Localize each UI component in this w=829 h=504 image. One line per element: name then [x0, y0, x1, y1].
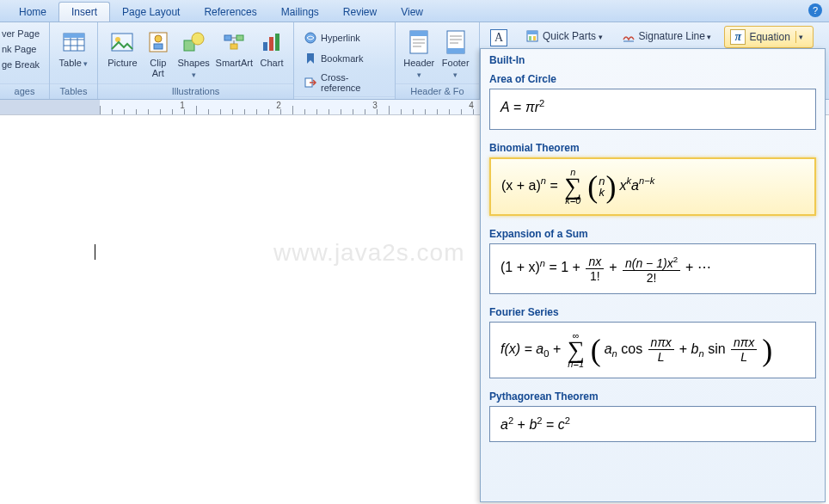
equation-button[interactable]: π Equation ▾ [724, 26, 813, 48]
lparen-icon: ( [587, 174, 598, 200]
fo-cos: cos [617, 341, 647, 355]
footer-button[interactable]: Footer [438, 26, 475, 83]
signature-icon [622, 29, 636, 43]
tab-page-layout[interactable]: Page Layout [110, 3, 192, 22]
hyperlink-button[interactable]: Hyperlink [299, 28, 365, 47]
svg-rect-10 [154, 44, 163, 49]
svg-rect-20 [275, 34, 279, 51]
gallery-item-binom-title: Binomial Theorem [481, 138, 825, 156]
page[interactable]: www.java2s.com [0, 141, 482, 485]
e-plus: + [609, 260, 621, 274]
svg-rect-34 [527, 31, 537, 34]
math-eq: = [510, 100, 525, 114]
clipart-label: Clip Art [144, 58, 172, 78]
svg-rect-6 [112, 34, 132, 51]
s2b: n=1 [568, 359, 584, 369]
py-c2: 2 [565, 415, 570, 426]
bookmark-button[interactable]: Bookmark [299, 49, 368, 68]
blank-page-button[interactable]: nk Page [0, 41, 38, 57]
group-label-tables: Tables [50, 83, 97, 99]
watermark: www.java2s.com [273, 239, 465, 267]
quickparts-label: Quick Parts [543, 30, 603, 42]
signature-line-button[interactable]: Signature Line [616, 26, 718, 46]
frac3-icon: nπxL [648, 335, 674, 364]
chart-button[interactable]: Chart [255, 26, 288, 71]
bin-bot: k [599, 186, 605, 199]
ff1d: L [658, 350, 665, 364]
equation-dropdown-icon[interactable]: ▾ [795, 31, 806, 43]
clipart-button[interactable]: Clip Art [142, 26, 175, 81]
header-label: Header [403, 58, 435, 80]
fo-p1: + [549, 341, 564, 355]
gallery-item-binom[interactable]: (x + a)n = n∑k=0 (nk) xkan−k [489, 157, 816, 216]
cover-page-button[interactable]: ver Page [0, 26, 41, 41]
svg-rect-5 [64, 34, 84, 38]
pi-icon: π [730, 29, 746, 45]
svg-rect-29 [447, 48, 464, 53]
table-button[interactable]: Table [55, 26, 92, 71]
gallery-item-expand[interactable]: (1 + x)n = 1 + nx1! + n(n − 1)x22! + ⋯ [489, 243, 816, 294]
fo-sin: sin [704, 341, 729, 355]
gallery-item-fourier-title: Fourier Series [481, 303, 825, 320]
signature-label: Signature Line [639, 30, 712, 42]
tab-home[interactable]: Home [7, 3, 58, 22]
shapes-icon [180, 28, 207, 56]
picture-label: Picture [107, 58, 137, 68]
f2n: n(n − 1)x [625, 256, 673, 270]
tab-mailings[interactable]: Mailings [269, 3, 331, 22]
gallery-header: Built-In [481, 49, 825, 70]
svg-rect-19 [269, 37, 273, 51]
fo-an: a [605, 341, 612, 355]
group-pages: ver Page nk Page ge Break ages [0, 22, 50, 99]
math-eq2: = [546, 178, 562, 193]
lparen2-icon: ( [591, 337, 601, 363]
shapes-button[interactable]: Shapes [175, 26, 213, 83]
picture-icon [108, 28, 136, 56]
header-icon [405, 28, 433, 56]
tab-references[interactable]: References [192, 3, 268, 22]
crossref-button[interactable]: Cross-reference [299, 70, 390, 95]
textbox-a-button[interactable]: A [485, 26, 513, 50]
smartart-button[interactable]: SmartArt [213, 26, 255, 71]
e-dots: + ⋯ [685, 260, 711, 274]
gallery-item-area[interactable]: A = πr2 [489, 89, 816, 130]
frac-icon: nx1! [586, 255, 604, 283]
svg-rect-24 [410, 31, 427, 36]
bookmark-label: Bookmark [321, 53, 364, 64]
math-a: a [631, 178, 639, 193]
frac2-icon: n(n − 1)x22! [623, 253, 680, 285]
math-sq: 2 [539, 98, 544, 108]
math-lhs: (x + a) [501, 178, 541, 193]
ff2d: L [740, 350, 747, 364]
svg-point-12 [192, 33, 204, 45]
svg-rect-14 [236, 35, 243, 40]
gallery-item-fourier[interactable]: f(x) = a0 + ∞∑n=1 ( an cos nπxL + bn sin… [489, 322, 816, 378]
group-links: Hyperlink Bookmark Cross-reference Links [294, 22, 396, 99]
group-illustrations: Picture Clip Art Shapes SmartArt Chart I… [98, 22, 294, 99]
frac4-icon: nπxL [731, 335, 757, 364]
smartart-icon [220, 28, 248, 56]
header-button[interactable]: Header [401, 26, 438, 83]
tab-view[interactable]: View [389, 3, 435, 22]
crossref-icon [304, 76, 317, 89]
py-eq: = [543, 417, 558, 432]
table-label: Table [59, 58, 89, 69]
e-lhs: (1 + x) [500, 260, 540, 274]
svg-rect-35 [529, 36, 531, 40]
gallery-item-pythag-title: Pythagorean Theorem [481, 387, 825, 404]
sum-icon: n∑k=0 [564, 168, 581, 206]
bookmark-icon [304, 52, 317, 65]
tab-insert[interactable]: Insert [58, 2, 110, 22]
tab-review[interactable]: Review [331, 3, 389, 22]
quickparts-button[interactable]: Quick Parts [519, 26, 609, 46]
page-break-button[interactable]: ge Break [0, 57, 41, 72]
sum-bot: k=0 [565, 195, 580, 206]
gallery-item-pythag[interactable]: a2 + b2 = c2 [489, 406, 816, 442]
help-icon[interactable]: ? [808, 3, 822, 17]
rparen-icon: ) [605, 174, 616, 200]
hyperlink-label: Hyperlink [321, 33, 360, 43]
svg-point-9 [155, 35, 162, 42]
hyperlink-icon [304, 31, 317, 45]
picture-button[interactable]: Picture [103, 26, 142, 71]
smartart-label: SmartArt [216, 58, 253, 68]
